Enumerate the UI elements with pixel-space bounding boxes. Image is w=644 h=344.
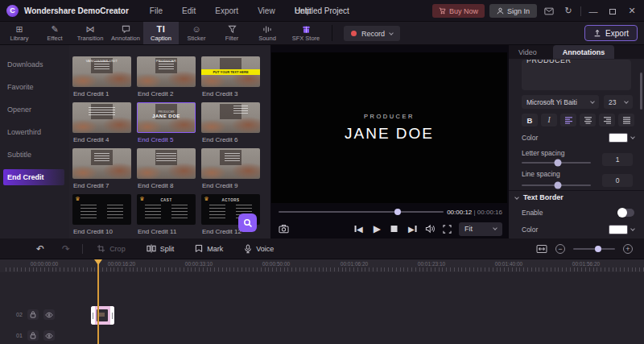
crop-button[interactable]: Crop (86, 244, 136, 253)
next-frame-button[interactable]: ▶ (408, 225, 416, 234)
play-button[interactable]: ▶ (374, 223, 381, 234)
template-card-end-credit-6[interactable]: End Credit 6 (201, 102, 261, 148)
sidebar-item-downloads[interactable]: Downloads (0, 56, 69, 73)
undo-button[interactable]: ↶ (27, 243, 53, 255)
template-card-end-credit-10[interactable]: ♛ End Credit 10 (72, 194, 132, 240)
sidebar-item-end-credit[interactable]: End Credit (3, 169, 64, 185)
tab-video[interactable]: Video (509, 45, 547, 59)
redo-button[interactable]: ↷ (53, 243, 79, 255)
sign-in-button[interactable]: Sign In (489, 4, 537, 18)
video-canvas[interactable]: PRODUCER JANE DOE (271, 52, 507, 203)
template-card-end-credit-7[interactable]: End Credit 7 (72, 148, 132, 194)
align-left-button[interactable] (560, 114, 576, 126)
minimize-button[interactable]: — (586, 6, 601, 16)
fullscreen-icon[interactable] (443, 225, 452, 234)
sidebar-item-subtitle[interactable]: Subtitle (0, 147, 69, 163)
sidebar-item-lowerthird[interactable]: Lowerthird (0, 124, 69, 140)
tab-transition[interactable]: ⋈ Transition (72, 22, 108, 44)
align-right-button[interactable] (599, 114, 615, 126)
feedback-mail-icon[interactable] (542, 7, 556, 15)
record-button[interactable]: Record (344, 26, 400, 41)
export-button[interactable]: Export (584, 25, 638, 41)
toggle-visibility-button[interactable] (43, 330, 55, 341)
template-card-end-credit-4[interactable]: End Credit 4 (72, 102, 132, 148)
align-justify-button[interactable] (618, 114, 634, 126)
caption-clip[interactable] (91, 306, 114, 325)
volume-icon[interactable] (425, 224, 436, 234)
font-family-dropdown[interactable]: Microsoft Yi Baiti (522, 95, 599, 109)
seek-thumb[interactable] (394, 209, 401, 215)
close-button[interactable]: ✕ (625, 6, 639, 16)
letter-spacing-slider[interactable] (522, 162, 591, 164)
clip-trim-handle-left[interactable] (91, 306, 95, 325)
ruler-label: 00:01:06:20 (330, 261, 378, 267)
menu-file[interactable]: File (140, 0, 172, 22)
voice-button[interactable]: Voice (233, 244, 284, 254)
previous-frame-button[interactable]: ◀ (355, 225, 363, 234)
text-border-section-header[interactable]: Text Border (515, 193, 564, 201)
ruler-label: 00:00:00:00 (20, 261, 68, 267)
align-center-button[interactable] (580, 114, 596, 126)
maximize-button[interactable] (605, 6, 620, 16)
timeline-zoom-slider[interactable] (573, 248, 615, 250)
font-size-dropdown[interactable]: 23 (604, 95, 633, 109)
bold-button[interactable]: B (522, 114, 538, 126)
template-card-end-credit-8[interactable]: End Credit 8 (137, 148, 196, 194)
template-card-end-credit-11[interactable]: ♛CAST End Credit 11 (137, 194, 196, 240)
menu-view[interactable]: View (248, 0, 285, 22)
italic-button[interactable]: I (541, 114, 557, 126)
fit-dropdown[interactable]: Fit (459, 222, 502, 236)
mark-button[interactable]: Mark (184, 244, 233, 253)
template-card-end-credit-1[interactable]: VANCOUVER UNIT End Credit 1 (72, 56, 132, 102)
template-card-end-credit-3[interactable]: PUT YOUR TEXT HERE End Credit 3 (201, 56, 261, 102)
tab-effect[interactable]: ✎ Effect (37, 22, 72, 44)
timeline-toolbar: ↶ ↷ Crop Split Mark Voice − (0, 238, 644, 259)
search-button[interactable] (238, 213, 257, 232)
tab-annotations[interactable]: Annotations (553, 45, 615, 59)
lock-track-button[interactable] (27, 330, 39, 341)
video-text-name: JANE DOE (345, 125, 434, 143)
panel-scrollbar[interactable] (640, 73, 642, 110)
color-swatch[interactable] (609, 225, 628, 234)
tab-library[interactable]: ⊞ Library (2, 22, 37, 44)
border-color-picker[interactable] (609, 225, 634, 234)
sidebar-item-opener[interactable]: Opener (0, 102, 69, 118)
sidebar-item-favorite[interactable]: Favorite (0, 79, 69, 95)
menu-export[interactable]: Export (205, 0, 248, 22)
template-card-end-credit-2[interactable]: PRODUCER End Credit 2 (137, 56, 196, 102)
snapshot-camera-button[interactable] (279, 224, 289, 234)
tab-annotation[interactable]: Annotation (108, 22, 143, 44)
sync-icon[interactable]: ↻ (561, 6, 576, 16)
playhead[interactable] (97, 259, 99, 344)
chevron-down-icon (630, 135, 635, 139)
template-card-end-credit-9[interactable]: End Credit 9 (201, 148, 261, 194)
clip-trim-handle-right[interactable] (110, 306, 114, 325)
menu-edit[interactable]: Edit (172, 0, 205, 22)
tab-caption[interactable]: TI Caption (143, 22, 179, 44)
fit-timeline-icon[interactable] (536, 244, 547, 254)
seek-bar[interactable] (279, 211, 444, 213)
caption-category-sidebar: Downloads Favorite Opener Lowerthird Sub… (0, 45, 69, 238)
zoom-out-button[interactable]: − (555, 244, 565, 254)
lock-track-button[interactable] (27, 309, 39, 320)
buy-now-button[interactable]: Buy Now (432, 4, 485, 18)
color-swatch[interactable] (609, 133, 628, 143)
tab-sound[interactable]: Sound (250, 22, 285, 44)
toggle-visibility-button[interactable] (43, 309, 55, 320)
letter-spacing-value[interactable]: 1 (602, 153, 633, 166)
text-color-picker[interactable] (609, 133, 634, 143)
tab-sfx-store[interactable]: SFX Store (285, 22, 327, 44)
track-id: 01 (16, 333, 23, 338)
ruler-label: 00:01:40:00 (485, 261, 533, 267)
text-border-enable-toggle[interactable] (617, 209, 634, 217)
line-spacing-value[interactable]: 0 (602, 174, 633, 187)
line-spacing-slider[interactable] (522, 184, 591, 186)
tab-sticker[interactable]: ☺ Sticker (179, 22, 214, 44)
zoom-in-button[interactable]: + (623, 244, 633, 254)
split-button[interactable]: Split (136, 244, 185, 253)
caption-text-input[interactable]: PRODUCER (522, 60, 631, 90)
ruler-label: 00:01:23:10 (407, 261, 456, 267)
stop-button[interactable] (391, 226, 398, 232)
tab-filter[interactable]: Filter (214, 22, 250, 44)
template-card-end-credit-5[interactable]: PRODUCER JANE DOE End Credit 5 (137, 102, 196, 148)
